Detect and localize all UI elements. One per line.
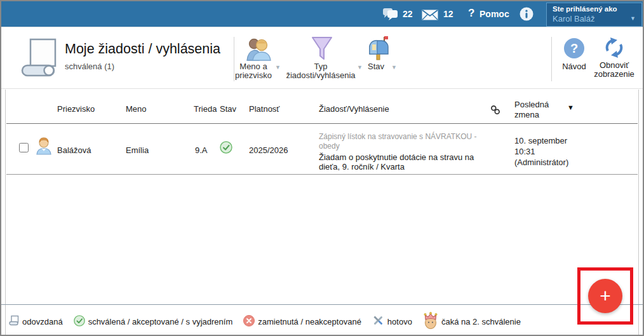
cell-meno: Emília — [126, 145, 149, 155]
legend-label: odovzdaná — [22, 317, 63, 326]
link-icon[interactable] — [490, 105, 500, 117]
legend-item-approved: schválená / akceptované / s vyjadrením — [74, 315, 233, 328]
help-question-icon[interactable]: ? — [468, 7, 474, 20]
info-icon[interactable] — [520, 7, 533, 24]
refresh-icon[interactable] — [603, 36, 626, 62]
status-legend: odovzdaná schválená / akceptované / s vy… — [9, 312, 567, 331]
filter-name-surname[interactable]: Meno a priezvisko — [233, 62, 274, 80]
check-circle-icon — [74, 315, 85, 328]
request-type-label: Zápisný lístok na stravovanie s NÁVRATKO… — [319, 132, 492, 151]
logged-in-label: Ste prihlásený ako — [553, 5, 636, 13]
change-time: 10:31 — [514, 146, 597, 157]
legend-label: zamietnutá / neakceptované — [258, 317, 361, 326]
svg-text:?: ? — [570, 41, 578, 55]
column-header-trieda[interactable]: Trieda — [194, 104, 217, 114]
cell-posledna-zmena: 10. september 10:31 (Administrátor) — [514, 135, 597, 168]
refresh-view-button[interactable]: Obnoviť zobrazenie — [591, 61, 638, 79]
filter-status[interactable]: Stav — [363, 62, 389, 71]
column-header-posledna-zmena[interactable]: Posledná zmena — [514, 100, 564, 120]
page-title: Moje žiadosti / vyhlásenia — [65, 41, 220, 57]
people-icon[interactable] — [246, 37, 271, 64]
guide-button[interactable]: Návod — [556, 62, 592, 71]
legend-label: schválená / akceptované / s vyjadrením — [88, 317, 233, 326]
legend-divider — [1, 304, 643, 305]
scroll-document-icon — [20, 37, 58, 79]
legend-item-submitted: odovzdaná — [9, 315, 63, 328]
cell-ziadost[interactable]: Zápisný lístok na stravovanie s NÁVRATKO… — [319, 132, 492, 171]
chat-count-badge[interactable]: 22 — [403, 9, 413, 19]
column-header-platnost[interactable]: Platnosť — [249, 104, 279, 114]
tools-icon — [372, 314, 384, 328]
top-navigation-bar: 22 12 ? Pomoc Ste prihlásený ako Karol B… — [1, 1, 643, 27]
legend-label: čaká na 2. schválenie — [441, 317, 521, 326]
legend-label: hotovo — [387, 317, 412, 326]
user-menu-caret-icon[interactable]: ▼ — [630, 15, 636, 22]
column-header-ziadost[interactable]: Žiadosť/Vyhlásenie — [319, 104, 389, 114]
app-window: 22 12 ? Pomoc Ste prihlásený ako Karol B… — [0, 0, 644, 336]
table-header-divider — [6, 123, 638, 124]
add-request-button[interactable]: + — [588, 279, 622, 313]
table-panel — [5, 90, 639, 335]
filter-type-caret-icon[interactable]: ▼ — [357, 64, 363, 71]
page-subtitle-count: schválená (1) — [65, 62, 114, 71]
student-avatar-icon[interactable] — [36, 136, 52, 157]
column-header-priezvisko[interactable]: Priezvisko — [57, 104, 95, 114]
filter-name-caret-icon[interactable]: ▼ — [275, 64, 281, 71]
filter-request-type[interactable]: Typ žiadosti/vyhlásenia — [286, 62, 356, 80]
legend-item-waiting-approval: čaká na 2. schválenie — [423, 312, 521, 331]
question-circle-icon[interactable]: ? — [563, 37, 585, 62]
cell-platnost: 2025/2026 — [249, 145, 288, 155]
scroll-icon — [9, 315, 19, 328]
column-header-meno[interactable]: Meno — [126, 104, 147, 114]
logged-in-user-name: Karol Baláž — [553, 14, 636, 24]
change-date: 10. september — [514, 135, 597, 146]
request-text: Žiadam o poskytnutie dotácie na stravu n… — [319, 152, 492, 171]
column-header-stav[interactable]: Stav — [220, 104, 236, 114]
mail-icon[interactable] — [422, 10, 438, 23]
chat-icon[interactable] — [382, 8, 399, 24]
help-button[interactable]: Pomoc — [480, 9, 509, 19]
row-checkbox[interactable] — [19, 143, 29, 152]
crown-icon — [423, 312, 438, 331]
funnel-icon[interactable] — [311, 36, 333, 64]
mailbox-icon[interactable] — [368, 36, 389, 64]
row-divider — [6, 174, 638, 175]
mail-count-badge[interactable]: 12 — [443, 9, 453, 19]
cross-circle-icon — [243, 315, 255, 328]
cell-priezvisko: Balážová — [57, 145, 91, 155]
filter-status-caret-icon[interactable]: ▼ — [391, 64, 397, 71]
approved-check-icon — [220, 141, 232, 156]
header-divider — [551, 37, 552, 81]
cell-trieda: 9.A — [195, 145, 208, 155]
change-author: (Administrátor) — [514, 157, 597, 168]
logged-in-user-box[interactable]: Ste prihlásený ako Karol Baláž ▼ — [546, 3, 642, 27]
legend-item-rejected: zamietnutá / neakceptované — [243, 315, 361, 328]
legend-item-done: hotovo — [372, 314, 412, 328]
sort-desc-icon[interactable]: ▼ — [567, 104, 574, 111]
